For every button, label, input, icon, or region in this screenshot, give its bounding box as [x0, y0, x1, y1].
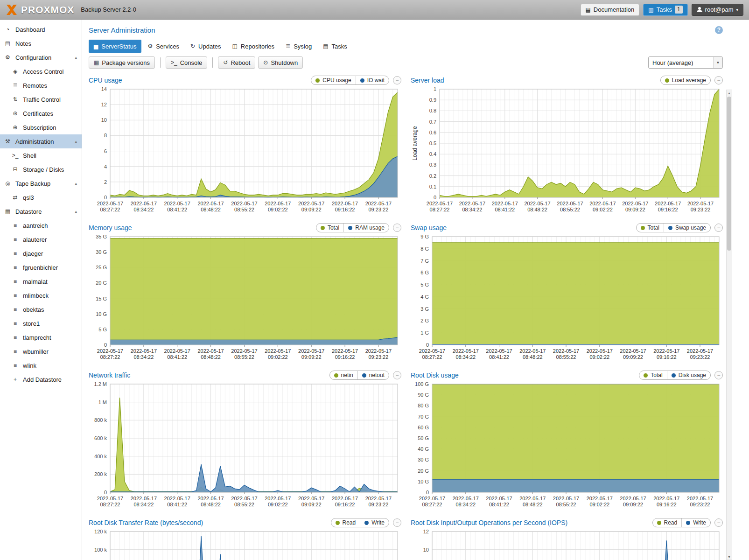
panel-root-disk-usage: Root Disk usage TotalDisk usage − 010 G2…: [411, 369, 723, 512]
sidebar-item-alauterer[interactable]: ≡alauterer: [0, 232, 82, 246]
tab-services[interactable]: ⚙Services: [142, 40, 184, 53]
help-icon[interactable]: ?: [715, 26, 723, 34]
sidebar-item-label: wlink: [23, 362, 36, 369]
tasks-button[interactable]: ▥ Tasks 1: [643, 4, 687, 16]
legend-item-write[interactable]: Write: [681, 518, 710, 527]
legend-item-total[interactable]: Total: [639, 371, 666, 379]
legend-item-netout[interactable]: netout: [357, 371, 389, 379]
sidebar-item-traffic-control[interactable]: ⇅Traffic Control: [0, 92, 82, 106]
svg-text:12: 12: [423, 529, 429, 534]
tab-serverstatus[interactable]: ▅ServerStatus: [89, 40, 141, 53]
collapse-chart-icon[interactable]: −: [393, 224, 401, 232]
tab-updates[interactable]: ↻Updates: [185, 40, 226, 53]
svg-text:09:16:22: 09:16:22: [657, 354, 677, 360]
sidebar-item-shell[interactable]: >_Shell: [0, 148, 82, 162]
legend-item-io-wait[interactable]: IO wait: [356, 76, 389, 84]
datastore-icon: ▦: [4, 208, 12, 215]
legend-item-disk-usage[interactable]: Disk usage: [667, 371, 710, 379]
chart-title: Root Disk Transfer Rate (bytes/second): [89, 519, 203, 526]
sidebar-item-dashboard[interactable]: ◔Dashboard: [0, 22, 82, 36]
svg-text:20 G: 20 G: [96, 280, 107, 286]
collapse-chart-icon[interactable]: −: [714, 371, 723, 379]
chevron-down-icon: ▼: [713, 57, 722, 68]
notes-icon: ▤: [4, 40, 12, 47]
legend-item-read[interactable]: Read: [331, 518, 360, 527]
svg-text:08:34:22: 08:34:22: [133, 354, 154, 360]
sidebar-item-malmalat[interactable]: ≡malmalat: [0, 274, 82, 288]
reboot-button[interactable]: ↺Reboot: [218, 56, 255, 69]
svg-text:09:16:22: 09:16:22: [335, 502, 355, 507]
collapse-chart-icon[interactable]: −: [393, 518, 401, 527]
svg-text:1 G: 1 G: [420, 330, 429, 336]
svg-text:600 k: 600 k: [94, 435, 107, 441]
sidebar-item-store1[interactable]: ≡store1: [0, 316, 82, 330]
legend-item-total[interactable]: Total: [316, 224, 343, 232]
chevron-up-icon[interactable]: ▴: [75, 139, 77, 144]
svg-text:09:02:22: 09:02:22: [268, 354, 288, 360]
svg-text:2022-05-17: 2022-05-17: [419, 496, 445, 501]
sidebar-item-remotes[interactable]: ≣Remotes: [0, 78, 82, 92]
sidebar-item-aantreich[interactable]: ≡aantreich: [0, 218, 82, 232]
user-menu-button[interactable]: root@pam ▾: [692, 4, 743, 16]
legend-item-ram-usage[interactable]: RAM usage: [343, 224, 389, 232]
scroll-up-icon[interactable]: ▲: [727, 90, 732, 96]
sidebar-item-administration[interactable]: ⚒Administration▴: [0, 134, 82, 148]
svg-text:120 k: 120 k: [94, 529, 107, 534]
legend-item-cpu-usage[interactable]: CPU usage: [311, 76, 355, 84]
sidebar-item-certificates[interactable]: ⊛Certificates: [0, 106, 82, 120]
tab-tasks[interactable]: ▤Tasks: [318, 40, 352, 53]
svg-text:1 M: 1 M: [98, 399, 107, 405]
collapse-chart-icon[interactable]: −: [393, 371, 401, 379]
refresh-icon: ↻: [190, 43, 195, 49]
sidebar-item-label: aantreich: [23, 222, 48, 229]
shutdown-button[interactable]: ⊙Shutdown: [258, 56, 303, 69]
legend-item-write[interactable]: Write: [360, 518, 389, 527]
sidebar-item-datastore[interactable]: ▦Datastore▴: [0, 204, 82, 218]
chevron-up-icon[interactable]: ▴: [75, 209, 77, 214]
terminal-icon: >_: [11, 152, 19, 159]
sidebar-item-tlamprecht[interactable]: ≡tlamprecht: [0, 330, 82, 344]
svg-text:90 G: 90 G: [418, 392, 429, 398]
sidebar-item-wlink[interactable]: ≡wlink: [0, 358, 82, 372]
legend-item-read[interactable]: Read: [653, 518, 682, 527]
sidebar-item-configuration[interactable]: ⚙Configuration▴: [0, 50, 82, 64]
sidebar-item-mlimbeck[interactable]: ≡mlimbeck: [0, 288, 82, 302]
collapse-chart-icon[interactable]: −: [714, 518, 723, 527]
collapse-chart-icon[interactable]: −: [714, 76, 723, 84]
tasks-badge: 1: [675, 6, 683, 14]
time-range-select[interactable]: Hour (average) ▼: [648, 56, 723, 69]
sidebar-item-obektas[interactable]: ≡obektas: [0, 302, 82, 316]
svg-text:0: 0: [426, 490, 429, 495]
svg-text:09:09:22: 09:09:22: [623, 502, 643, 507]
chevron-up-icon[interactable]: ▴: [75, 55, 77, 60]
sidebar-item-access-control[interactable]: ◈Access Control: [0, 64, 82, 78]
legend-item-swap-usage[interactable]: Swap usage: [664, 224, 710, 232]
vertical-scrollbar[interactable]: ▲ ▼: [726, 90, 732, 560]
documentation-button[interactable]: ▤ Documentation: [581, 4, 640, 16]
sidebar-item-fgruenbichler[interactable]: ≡fgruenbichler: [0, 260, 82, 274]
legend-item-netin[interactable]: netin: [330, 371, 357, 379]
sidebar-item-subscription[interactable]: ⊕Subscription: [0, 120, 82, 134]
legend-dot: [668, 226, 672, 230]
collapse-chart-icon[interactable]: −: [714, 224, 723, 232]
scroll-down-icon[interactable]: ▼: [727, 554, 732, 560]
scroll-thumb[interactable]: [727, 97, 731, 251]
sidebar-item-qsl3[interactable]: ⇄qsl3: [0, 190, 82, 204]
panel-network-traffic: Network traffic netinnetout − 0200 k400 …: [89, 369, 401, 512]
sidebar-item-djaeger[interactable]: ≡djaeger: [0, 246, 82, 260]
sidebar-item-wbumiller[interactable]: ≡wbumiller: [0, 344, 82, 358]
svg-text:8 G: 8 G: [420, 246, 429, 252]
collapse-chart-icon[interactable]: −: [393, 76, 401, 84]
chevron-up-icon[interactable]: ▴: [75, 181, 77, 186]
legend-item-total[interactable]: Total: [637, 224, 664, 232]
tab-syslog[interactable]: ≣Syslog: [280, 40, 317, 53]
chart-legend: TotalDisk usage: [639, 371, 711, 380]
sidebar-item-add-datastore[interactable]: +Add Datastore: [0, 372, 82, 386]
tab-repositories[interactable]: ◫Repositories: [227, 40, 280, 53]
console-button[interactable]: >_Console: [166, 56, 207, 69]
sidebar-item-storage-disks[interactable]: ⊟Storage / Disks: [0, 162, 82, 176]
package-versions-button[interactable]: ▦Package versions: [89, 56, 155, 69]
sidebar-item-notes[interactable]: ▤Notes: [0, 36, 82, 50]
sidebar-item-tape-backup[interactable]: ◎Tape Backup▴: [0, 176, 82, 190]
legend-item-load-average[interactable]: Load average: [661, 76, 710, 84]
